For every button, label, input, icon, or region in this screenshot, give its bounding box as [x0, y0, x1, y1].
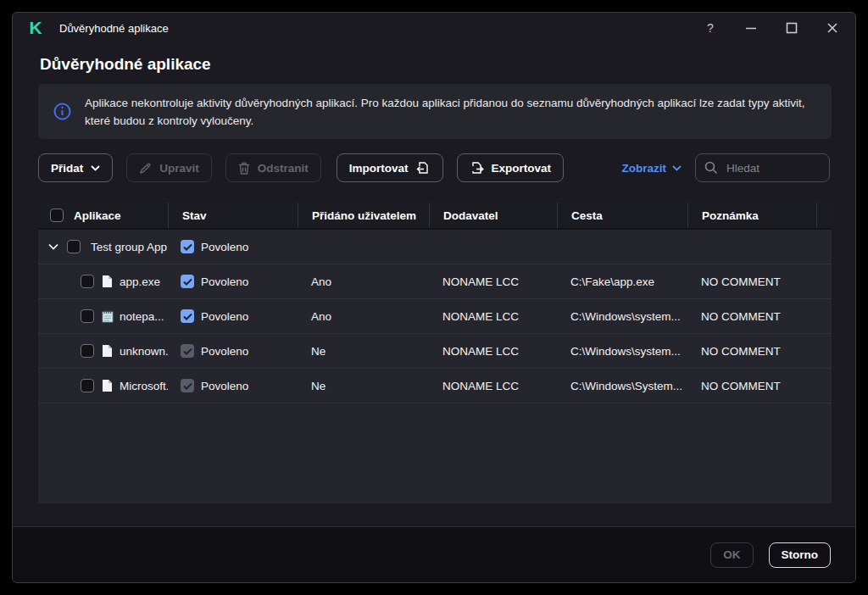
- status-label: Povoleno: [201, 380, 248, 392]
- view-dropdown[interactable]: Zobrazit: [622, 162, 682, 175]
- row-checkbox[interactable]: [67, 240, 81, 253]
- status-checkbox[interactable]: [181, 379, 194, 392]
- table-body: Test group App Povoleno app.ex: [38, 230, 832, 503]
- app-name: Microsoft...: [120, 380, 168, 392]
- export-button[interactable]: Exportovat: [457, 153, 565, 182]
- status-label: Povoleno: [201, 345, 248, 358]
- table-header: Aplikace Stav Přidáno uživatelem Dodavat…: [38, 203, 832, 230]
- app-name: unknown....: [120, 345, 168, 358]
- minimize-button[interactable]: [745, 22, 757, 34]
- path-cell: C:\Fake\app.exe: [557, 264, 687, 298]
- select-all-checkbox[interactable]: [50, 209, 64, 222]
- vendor-cell: NONAME LCC: [429, 264, 557, 298]
- document-icon: [102, 275, 114, 288]
- status-checkbox[interactable]: [181, 240, 194, 253]
- app-name: app.exe: [120, 275, 160, 288]
- add-button[interactable]: Přidat: [38, 153, 113, 182]
- add-button-label: Přidat: [51, 162, 83, 175]
- column-header-extra: [816, 203, 832, 228]
- document-icon: [102, 344, 114, 358]
- extra-cell: [816, 369, 832, 403]
- group-name: Test group App: [91, 241, 167, 253]
- search-icon: [704, 161, 718, 175]
- page-title: Důvěryhodné aplikace: [40, 55, 828, 77]
- path-cell: C:\Windows\system...: [557, 334, 687, 368]
- app-window: K Důvěryhodné aplikace ? Důvěryhodné apl…: [12, 12, 856, 583]
- applications-table: Aplikace Stav Přidáno uživatelem Dodavat…: [38, 203, 832, 503]
- help-button[interactable]: ?: [704, 22, 716, 34]
- column-header-dodavatel: Dodavatel: [429, 203, 557, 228]
- table-row[interactable]: notepa... Povoleno Ano NONAME LCC C:\Win…: [38, 299, 832, 334]
- added-by-user-cell: Ano: [298, 299, 429, 333]
- kaspersky-logo-icon: K: [26, 19, 45, 37]
- export-button-label: Exportovat: [492, 162, 552, 175]
- chevron-down-icon: [91, 165, 100, 171]
- close-button[interactable]: [826, 22, 838, 34]
- status-label: Povoleno: [201, 310, 248, 323]
- added-by-user-cell: Ano: [298, 264, 429, 298]
- extra-cell: [816, 334, 832, 368]
- status-checkbox[interactable]: [181, 309, 194, 323]
- notepad-icon: [102, 309, 114, 323]
- vendor-cell: NONAME LCC: [429, 334, 557, 368]
- table-group-row[interactable]: Test group App Povoleno: [38, 230, 832, 264]
- table-row[interactable]: app.exe Povoleno Ano NONAME LCC C:\Fake\…: [38, 264, 832, 299]
- comment-cell: NO COMMENT: [687, 369, 816, 403]
- table-row[interactable]: Microsoft... Povoleno Ne NONAME LCC C:\W…: [38, 369, 832, 403]
- edit-button-label: Upravit: [159, 162, 199, 175]
- titlebar: K Důvěryhodné aplikace ?: [13, 13, 855, 43]
- import-button-label: Importovat: [349, 162, 409, 175]
- search-box: [695, 153, 830, 182]
- status-label: Povoleno: [201, 275, 248, 288]
- pencil-icon: [139, 162, 152, 175]
- column-header-stav: Stav: [168, 203, 298, 228]
- added-by-user-cell: Ne: [298, 369, 429, 403]
- window-controls: ?: [704, 22, 838, 34]
- document-icon: [102, 379, 114, 392]
- footer: OK Storno: [13, 526, 855, 582]
- cancel-button[interactable]: Storno: [769, 542, 832, 568]
- path-cell: C:\Windows\System...: [557, 369, 687, 403]
- path-cell: C:\Windows\system...: [557, 299, 687, 333]
- status-checkbox[interactable]: [181, 344, 194, 358]
- view-dropdown-label: Zobrazit: [622, 162, 667, 175]
- vendor-cell: NONAME LCC: [429, 369, 557, 403]
- row-checkbox[interactable]: [81, 344, 94, 358]
- delete-button-label: Odstranit: [258, 162, 309, 175]
- status-checkbox[interactable]: [181, 275, 194, 288]
- trash-icon: [238, 162, 250, 175]
- row-checkbox[interactable]: [81, 379, 94, 392]
- app-name: notepa...: [120, 310, 164, 323]
- column-header-cesta: Cesta: [557, 203, 687, 228]
- import-icon: [416, 161, 431, 175]
- chevron-down-icon: [672, 165, 682, 171]
- info-icon: [53, 103, 71, 120]
- delete-button[interactable]: Odstranit: [225, 153, 321, 182]
- status-label: Povoleno: [201, 241, 248, 253]
- comment-cell: NO COMMENT: [687, 264, 816, 298]
- extra-cell: [816, 299, 832, 333]
- row-checkbox[interactable]: [81, 309, 94, 323]
- row-checkbox[interactable]: [81, 275, 94, 288]
- maximize-button[interactable]: [786, 22, 798, 34]
- banner-text: Aplikace nekontroluje aktivity důvěryhod…: [85, 94, 811, 130]
- expand-chevron-icon[interactable]: [48, 243, 58, 250]
- export-icon: [470, 161, 484, 175]
- table-row[interactable]: unknown.... Povoleno Ne NONAME LCC C:\Wi…: [38, 334, 832, 369]
- comment-cell: NO COMMENT: [687, 299, 816, 333]
- toolbar: Přidat Upravit Odstranit Importovat Expo…: [38, 153, 830, 182]
- added-by-user-cell: Ne: [298, 334, 429, 368]
- info-banner: Aplikace nekontroluje aktivity důvěryhod…: [38, 84, 832, 139]
- column-header-aplikace: Aplikace: [38, 203, 168, 228]
- comment-cell: NO COMMENT: [687, 334, 816, 368]
- column-header-poznamka: Poznámka: [687, 203, 816, 228]
- ok-button[interactable]: OK: [710, 542, 753, 568]
- column-header-pridano-uzivatelem: Přidáno uživatelem: [298, 203, 429, 228]
- extra-cell: [816, 264, 832, 298]
- window-title: Důvěryhodné aplikace: [59, 22, 169, 35]
- edit-button[interactable]: Upravit: [126, 153, 212, 182]
- vendor-cell: NONAME LCC: [429, 299, 557, 333]
- import-button[interactable]: Importovat: [337, 153, 443, 182]
